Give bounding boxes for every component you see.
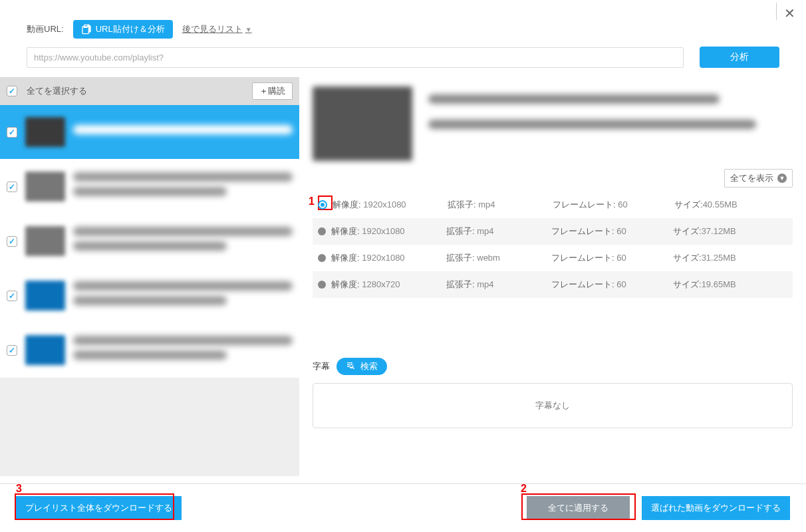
analyze-button[interactable]: 分析 bbox=[700, 47, 779, 68]
item-thumbnail bbox=[25, 335, 65, 365]
header: 動画URL: URL貼付け＆分析 後で見るリスト ▼ https://www.y… bbox=[0, 0, 806, 77]
subtitle-section: 字幕 検索 字幕なし bbox=[313, 358, 793, 428]
paste-analyze-button[interactable]: URL貼付け＆分析 bbox=[73, 20, 173, 39]
url-label: 動画URL: bbox=[27, 23, 64, 35]
footer: 3 プレイリスト全体をダウンロードする 2 全てに適用する 選ばれた動画をダウン… bbox=[0, 483, 806, 532]
main-content: 全てを選択する ＋購読 bbox=[0, 77, 806, 476]
caret-down-icon: ▼ bbox=[245, 26, 252, 33]
chevron-down-icon: ▼ bbox=[777, 174, 787, 183]
item-thumbnail bbox=[25, 117, 65, 147]
playlist-item[interactable] bbox=[0, 105, 299, 160]
show-all-label: 全てを表示 bbox=[730, 172, 773, 184]
playlist-item[interactable] bbox=[0, 269, 299, 323]
format-radio[interactable] bbox=[318, 281, 326, 289]
item-checkbox[interactable] bbox=[7, 127, 17, 138]
playlist-item[interactable] bbox=[0, 214, 299, 269]
format-list: 1 解像度: 1920x1080 拡張子: mp4 フレームレート: 60 サイ… bbox=[313, 192, 793, 298]
item-text bbox=[73, 336, 293, 365]
watch-later-label: 後で見るリスト bbox=[182, 23, 243, 35]
format-row[interactable]: 解像度: 1920x1080 拡張子: mp4 フレームレート: 60 サイズ:… bbox=[313, 192, 793, 218]
format-radio[interactable] bbox=[318, 200, 327, 209]
download-selected-button[interactable]: 選ばれた動画をダウンロードする bbox=[642, 496, 790, 520]
subscribe-button[interactable]: ＋購読 bbox=[252, 82, 293, 100]
item-checkbox[interactable] bbox=[7, 345, 17, 356]
playlist-item[interactable] bbox=[0, 160, 299, 214]
item-thumbnail bbox=[25, 226, 65, 256]
format-row[interactable]: 解像度: 1280x720 拡張子: mp4 フレームレート: 60 サイズ:1… bbox=[313, 271, 793, 298]
item-thumbnail bbox=[25, 172, 65, 201]
url-input[interactable]: https://www.youtube.com/playlist? bbox=[27, 47, 684, 68]
item-checkbox[interactable] bbox=[7, 236, 17, 247]
select-all-label: 全てを選択する bbox=[27, 85, 252, 97]
video-header bbox=[313, 86, 793, 161]
apply-all-button[interactable]: 全てに適用する bbox=[527, 496, 630, 520]
subtitle-label: 字幕 bbox=[313, 360, 330, 372]
item-checkbox[interactable] bbox=[7, 182, 17, 192]
paste-analyze-label: URL貼付け＆分析 bbox=[96, 23, 165, 35]
item-text bbox=[73, 281, 293, 311]
close-icon[interactable]: ✕ bbox=[784, 5, 795, 21]
download-playlist-button[interactable]: プレイリスト全体をダウンロードする bbox=[16, 496, 182, 520]
video-meta bbox=[428, 86, 793, 161]
format-row[interactable]: 解像度: 1920x1080 拡張子: mp4 フレームレート: 60 サイズ:… bbox=[313, 218, 793, 245]
search-text-icon bbox=[346, 361, 356, 372]
header-separator bbox=[776, 3, 777, 20]
playlist-item[interactable] bbox=[0, 323, 299, 378]
sidebar-header: 全てを選択する ＋購読 bbox=[0, 77, 299, 105]
item-text bbox=[73, 125, 293, 140]
item-thumbnail bbox=[25, 281, 65, 311]
clipboard-icon bbox=[81, 24, 92, 35]
format-radio[interactable] bbox=[318, 254, 326, 262]
item-text bbox=[73, 227, 293, 256]
item-text bbox=[73, 172, 293, 201]
annotation-2: 2 bbox=[521, 483, 527, 495]
subtitle-search-button[interactable]: 検索 bbox=[336, 358, 387, 375]
subtitle-search-label: 検索 bbox=[360, 360, 378, 372]
item-checkbox[interactable] bbox=[7, 291, 17, 301]
video-thumbnail bbox=[313, 86, 412, 161]
format-row[interactable]: 解像度: 1920x1080 拡張子: webm フレームレート: 60 サイズ… bbox=[313, 245, 793, 271]
playlist-sidebar: 全てを選択する ＋購読 bbox=[0, 77, 299, 476]
no-subtitle-box: 字幕なし bbox=[313, 383, 793, 428]
annotation-3: 3 bbox=[16, 483, 22, 495]
show-all-button[interactable]: 全てを表示 ▼ bbox=[724, 169, 793, 188]
watch-later-link[interactable]: 後で見るリスト ▼ bbox=[182, 23, 252, 35]
select-all-checkbox[interactable] bbox=[7, 86, 17, 96]
detail-panel: 全てを表示 ▼ 1 解像度: 1920x1080 拡張子: mp4 フレームレー… bbox=[299, 77, 806, 476]
format-radio[interactable] bbox=[318, 227, 326, 235]
